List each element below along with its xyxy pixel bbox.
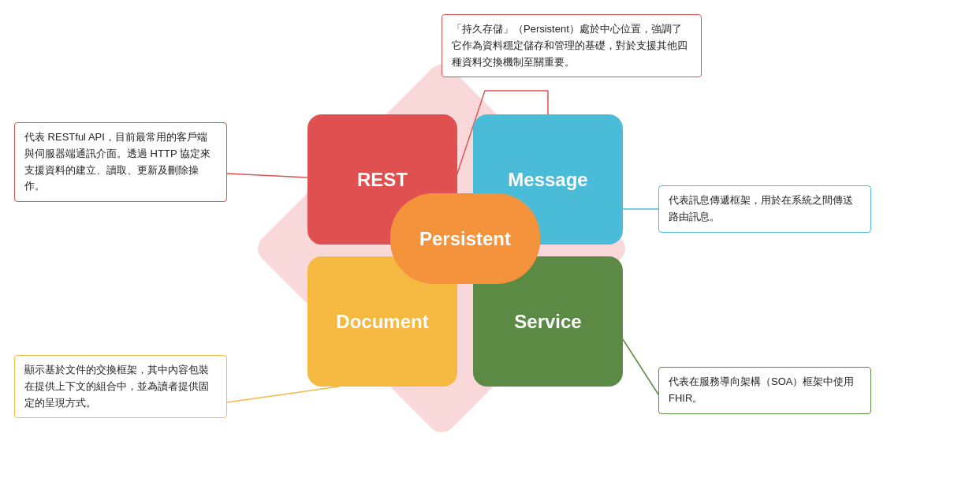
persistent-block: Persistent xyxy=(390,193,540,284)
message-label: Message xyxy=(508,169,587,191)
document-callout-text: 顯示基於文件的交換框架，其中內容包裝在提供上下文的組合中，並為讀者提供固定的呈現… xyxy=(24,364,209,409)
persistent-callout-text: 「持久存儲」（Persistent）處於中心位置，強調了它作為資料穩定儲存和管理… xyxy=(452,23,687,68)
rest-callout-text: 代表 RESTful API，目前最常用的客戶端與伺服器端通訊介面。透過 HTT… xyxy=(24,131,211,192)
persistent-label: Persistent xyxy=(419,228,511,250)
rest-label: REST xyxy=(357,169,408,191)
service-callout: 代表在服務導向架構（SOA）框架中使用 FHIR。 xyxy=(658,367,871,414)
main-container: REST Message Persistent Document Service… xyxy=(0,0,980,482)
document-callout: 顯示基於文件的交換框架，其中內容包裝在提供上下文的組合中，並為讀者提供固定的呈現… xyxy=(14,355,227,418)
persistent-callout: 「持久存儲」（Persistent）處於中心位置，強調了它作為資料穩定儲存和管理… xyxy=(442,14,702,77)
message-callout-text: 代表訊息傳遞框架，用於在系統之間傳送路由訊息。 xyxy=(669,194,853,222)
service-callout-text: 代表在服務導向架構（SOA）框架中使用 FHIR。 xyxy=(669,376,854,404)
document-label: Document xyxy=(336,311,428,333)
svg-line-6 xyxy=(623,339,658,394)
rest-callout: 代表 RESTful API，目前最常用的客戶端與伺服器端通訊介面。透過 HTT… xyxy=(14,122,227,202)
svg-line-0 xyxy=(227,174,307,177)
message-callout: 代表訊息傳遞框架，用於在系統之間傳送路由訊息。 xyxy=(658,185,871,233)
service-label: Service xyxy=(514,311,581,333)
svg-line-5 xyxy=(227,387,339,402)
